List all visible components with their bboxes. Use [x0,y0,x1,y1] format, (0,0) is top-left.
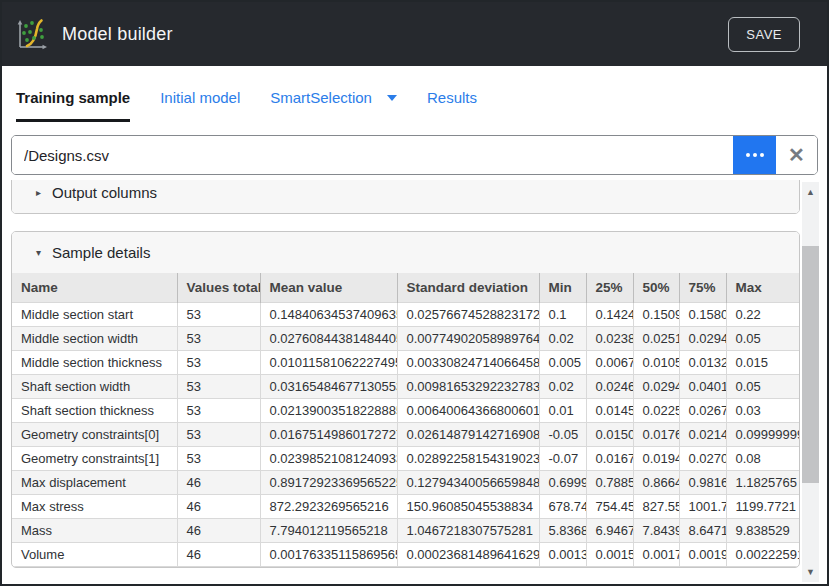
table-cell: Max stress [12,495,177,519]
column-header: Max [726,273,799,303]
table-cell: 0.01 [539,399,586,423]
table-cell: 0.00193 [679,543,726,567]
content-scroll-area: ▸ Output columns ▾ Sample details NameVa… [2,180,827,584]
table-cell: Volume [12,543,177,567]
table-row: Max stress46872.2923269565216150.9608504… [12,495,799,519]
title-bar: Model builder SAVE [2,2,827,66]
tab-label: Training sample [16,89,130,106]
table-row: Max displacement460.891729233695652250.1… [12,471,799,495]
file-input-row: ✕ [11,135,818,175]
table-cell: 6.94678 [586,519,633,543]
table-cell: 0.015 [726,351,799,375]
column-header: Min [539,273,586,303]
table-cell: 0.01679 [586,447,633,471]
table-cell: Mass [12,519,177,543]
vertical-scrollbar[interactable]: ▲ ▼ [802,182,819,582]
table-row: Middle section thickness530.010115810622… [12,351,799,375]
ellipsis-icon [753,153,757,157]
table-cell: 0.007749020589897645 [397,327,539,351]
table-cell: 0.01453 [586,399,633,423]
tab-bar: Training sample Initial model SmartSelec… [2,66,827,122]
table-cell: 0.02139003518228885 [260,399,397,423]
table-cell: 0.01503 [586,423,633,447]
expanded-arrow-icon: ▾ [36,247,52,258]
clear-button[interactable]: ✕ [776,136,817,174]
table-cell: 0.03165484677130553 [260,375,397,399]
save-button[interactable]: SAVE [728,17,800,52]
table-cell: 872.2923269565216 [260,495,397,519]
column-header: Mean value [260,273,397,303]
tab-label: Initial model [160,89,240,106]
table-cell: 7.794012119565218 [260,519,397,543]
table-cell: 0.02383 [586,327,633,351]
table-cell: Geometry constraints[1] [12,447,177,471]
table-cell: 5.8368 [539,519,586,543]
table-cell: Geometry constraints[0] [12,423,177,447]
table-row: Geometry constraints[0]530.0167514986017… [12,423,799,447]
column-header: 25% [586,273,633,303]
table-cell: 0.000236814896416295 [397,543,539,567]
table-cell: 0.14840634537409635 [260,303,397,327]
column-header: 75% [679,273,726,303]
table-cell: 0.01325 [679,351,726,375]
table-cell: 0.1 [539,303,586,327]
ellipsis-icon [746,153,750,157]
table-cell: 0.02944 [679,327,726,351]
table-cell: 0.08 [726,447,799,471]
table-cell: 0.02706 [679,447,726,471]
tab-initial-model[interactable]: Initial model [160,79,240,122]
table-cell: 0.025766745288231725 [397,303,539,327]
table-cell: 678.74 [539,495,586,519]
collapsed-arrow-icon: ▸ [36,187,52,198]
tab-training-sample[interactable]: Training sample [16,79,130,122]
table-cell: 0.12794340056659848 [397,471,539,495]
table-cell: 53 [177,423,260,447]
table-cell: 0.0013 [539,543,586,567]
table-cell: 0.00222591 [726,543,799,567]
scroll-up-icon[interactable]: ▲ [802,184,819,200]
column-header: 50% [633,273,679,303]
tab-label: SmartSelection [270,89,372,106]
table-cell: 53 [177,447,260,471]
table-cell: 0.22 [726,303,799,327]
chevron-down-icon[interactable] [387,95,397,101]
table-cell: 0.01764 [633,423,679,447]
table-cell: 0.02949 [633,375,679,399]
table-cell: 0.98162 [679,471,726,495]
page-title: Model builder [62,24,173,45]
table-row: Geometry constraints[1]530.0239852108124… [12,447,799,471]
output-columns-expander[interactable]: ▸ Output columns [12,180,799,213]
browse-button[interactable] [733,136,776,174]
table-cell: 0.02464 [586,375,633,399]
table-cell: 0.02672 [679,399,726,423]
file-path-input[interactable] [12,136,733,174]
table-cell: 0.02760844381484405 [260,327,397,351]
scroll-down-icon[interactable]: ▼ [802,564,819,580]
table-cell: 53 [177,303,260,327]
sample-details-panel: ▾ Sample details NameValues totalMean va… [11,231,800,568]
file-input-group: ✕ [11,135,818,175]
table-cell: 0.02259 [633,399,679,423]
table-row: Mass467.7940121195652181.046721830757528… [12,519,799,543]
table-cell: Middle section thickness [12,351,177,375]
column-header: Values total [177,273,260,303]
table-cell: 0.02398521081240933 [260,447,397,471]
sample-details-expander[interactable]: ▾ Sample details [12,232,799,273]
table-cell: Shaft section width [12,375,177,399]
tab-smartselection[interactable]: SmartSelection [270,79,397,122]
tab-results[interactable]: Results [427,79,477,122]
scrollbar-thumb[interactable] [802,246,819,483]
table-cell: 0.00170 [633,543,679,567]
table-cell: 1.1825765 [726,471,799,495]
table-row: Shaft section thickness530.0213900351822… [12,399,799,423]
table-cell: 53 [177,375,260,399]
table-cell: 0.14249 [586,303,633,327]
table-cell: -0.05 [539,423,586,447]
column-header: Standard deviation [397,273,539,303]
table-cell: 46 [177,519,260,543]
tab-label: Results [427,89,477,106]
table-cell: 0.02145 [679,423,726,447]
panel-title: Sample details [52,244,150,261]
table-cell: 0.006400643668006015 [397,399,539,423]
table-cell: 0.003308247140664585 [397,351,539,375]
